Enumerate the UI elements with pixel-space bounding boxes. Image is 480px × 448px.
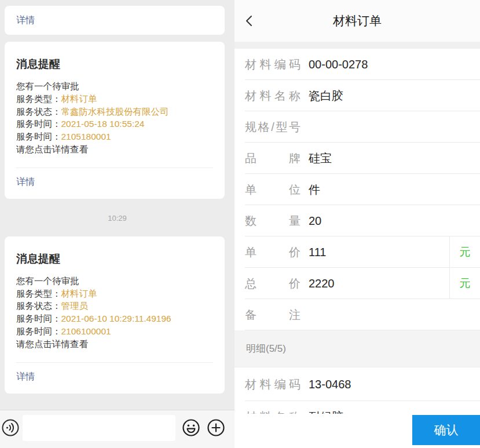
message-footer: 请您点击详情查看 — [16, 143, 213, 156]
confirm-button[interactable]: 确认 — [412, 415, 480, 445]
message-footer: 请您点击详情查看 — [16, 338, 213, 351]
field-label: 服务时间： — [16, 119, 61, 129]
form-row-total-price[interactable]: 总价 2220 元 — [234, 268, 480, 299]
message-field: 服务时间：2106100001 — [16, 325, 213, 338]
order-footer: 确认 — [234, 414, 480, 448]
field-value: 13-0468 — [309, 378, 480, 391]
message-field: 服务时间：2021-05-18 10:55:24 — [16, 118, 213, 130]
field-label: 品牌 — [245, 151, 301, 166]
field-value: 材料订单 — [61, 94, 97, 104]
field-value: 00-00-0278 — [309, 58, 480, 71]
field-value: 管理员 — [61, 301, 89, 311]
field-label: 数量 — [245, 213, 301, 229]
detail-link[interactable]: 详情 — [16, 14, 35, 27]
detail-link[interactable]: 详情 — [16, 177, 35, 187]
message-intro: 您有一个待审批 — [16, 80, 213, 93]
message-title: 消息提醒 — [16, 252, 213, 267]
message-field: 服务状态：常鑫防水科技股份有限公司 — [16, 105, 213, 118]
chat-input-bar — [0, 410, 234, 448]
order-header: 材料订单 — [234, 0, 480, 42]
field-label: 单位 — [245, 182, 301, 198]
field-value: 材料订单 — [61, 289, 97, 298]
message-field: 服务类型：材料订单 — [16, 93, 213, 105]
screen: 详情 消息提醒 您有一个待审批 服务类型：材料订单 服务状态：常鑫防水科技股份有… — [0, 0, 480, 448]
message-field: 服务状态：管理员 — [16, 300, 213, 312]
message-field: 服务类型：材料订单 — [16, 287, 213, 300]
form-row-detail-material-code[interactable]: 材料编码 13-0468 — [234, 367, 480, 401]
voice-icon[interactable] — [1, 418, 20, 437]
message-card-partial: 详情 — [5, 6, 225, 35]
field-value: 2105180001 — [61, 132, 111, 141]
chat-panel: 详情 消息提醒 您有一个待审批 服务类型：材料订单 服务状态：常鑫防水科技股份有… — [0, 0, 234, 448]
field-label: 材料名称 — [245, 88, 301, 104]
field-value: 2220 — [309, 277, 449, 290]
form-row-material-name[interactable]: 材料名称 瓷白胶 — [234, 80, 480, 111]
field-label: 服务类型： — [16, 289, 61, 298]
plus-icon[interactable] — [207, 418, 225, 437]
field-label: 备注 — [245, 307, 301, 323]
field-label: 单价 — [245, 245, 301, 260]
chat-timestamp: 10:29 — [0, 214, 234, 223]
field-value: 111 — [309, 246, 449, 259]
field-value: 常鑫防水科技股份有限公司 — [61, 107, 169, 116]
message-field: 服务时间：2105180001 — [16, 130, 213, 143]
chat-text-input[interactable] — [23, 415, 175, 441]
field-label: 材料编码 — [245, 377, 301, 392]
form-row-remark[interactable]: 备注 — [234, 299, 480, 330]
field-value: 硅宝 — [309, 151, 480, 166]
field-label: 总价 — [245, 276, 301, 292]
field-value: 件 — [309, 182, 480, 198]
detail-link[interactable]: 详情 — [16, 371, 35, 381]
field-label: 服务状态： — [16, 107, 61, 116]
message-field: 服务时间：2021-06-10 10:29:11.49196 — [16, 312, 213, 325]
message-intro: 您有一个待审批 — [16, 275, 213, 287]
form-row-brand[interactable]: 品牌 硅宝 — [234, 143, 480, 174]
field-value: 瓷白胶 — [309, 88, 480, 104]
order-panel: 材料订单 材料编码 00-00-0278 材料名称 瓷白胶 规格/型号 品牌 硅… — [234, 0, 480, 448]
form-row-unit[interactable]: 单位 件 — [234, 174, 480, 205]
header-band — [234, 42, 480, 49]
currency-unit: 元 — [449, 268, 480, 299]
field-label: 材料编码 — [245, 57, 301, 72]
field-value: 2021-05-18 10:55:24 — [61, 119, 145, 129]
page-title: 材料订单 — [234, 0, 480, 42]
form-row-material-code[interactable]: 材料编码 00-00-0278 — [234, 49, 480, 80]
field-value: 2106100001 — [61, 326, 111, 336]
field-value: 20 — [309, 214, 480, 228]
message-card: 消息提醒 您有一个待审批 服务类型：材料订单 服务状态：常鑫防水科技股份有限公司… — [5, 42, 225, 199]
field-label: 服务时间： — [16, 132, 61, 141]
section-label: 明细(5/5) — [246, 342, 286, 355]
form-row-spec-model[interactable]: 规格/型号 — [234, 111, 480, 143]
field-value: 2021-06-10 10:29:11.49196 — [61, 314, 171, 323]
message-card: 消息提醒 您有一个待审批 服务类型：材料订单 服务状态：管理员 服务时间：202… — [5, 236, 225, 394]
message-body: 您有一个待审批 服务类型：材料订单 服务状态：管理员 服务时间：2021-06-… — [16, 275, 213, 351]
form-row-quantity[interactable]: 数量 20 — [234, 205, 480, 236]
emoji-icon[interactable] — [182, 418, 200, 437]
message-body: 您有一个待审批 服务类型：材料订单 服务状态：常鑫防水科技股份有限公司 服务时间… — [16, 80, 213, 156]
field-label: 服务类型： — [16, 94, 61, 104]
currency-unit: 元 — [449, 236, 480, 268]
field-label: 服务状态： — [16, 301, 61, 311]
detail-section-header: 明细(5/5) — [234, 330, 480, 367]
field-label: 服务时间： — [16, 314, 61, 323]
form-row-unit-price[interactable]: 单价 111 元 — [234, 236, 480, 268]
field-label: 规格/型号 — [245, 119, 301, 135]
message-title: 消息提醒 — [16, 57, 213, 72]
field-label: 服务时间： — [16, 326, 61, 336]
